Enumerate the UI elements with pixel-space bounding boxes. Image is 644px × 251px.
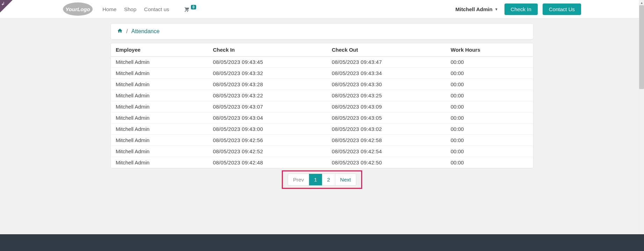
table-row: Mitchell Admin08/05/2023 09:43:0708/05/2…	[111, 101, 533, 112]
cell-hours: 00:00	[446, 101, 533, 112]
corner-ribbon[interactable]: ↲	[0, 0, 13, 13]
pagination: Prev 1 2 Next	[288, 174, 356, 186]
cell-hours: 00:00	[446, 68, 533, 79]
table-row: Mitchell Admin08/05/2023 09:43:4508/05/2…	[111, 57, 533, 68]
cell-checkin: 08/05/2023 09:43:22	[209, 90, 328, 101]
cell-hours: 00:00	[446, 146, 533, 157]
scrollbar-track[interactable]: ▴ ▾	[639, 0, 644, 251]
col-hours: Work Hours	[446, 43, 533, 57]
cell-checkin: 08/05/2023 09:43:45	[209, 57, 328, 68]
table-row: Mitchell Admin08/05/2023 09:43:0008/05/2…	[111, 124, 533, 135]
pagination-wrap: Prev 1 2 Next	[110, 170, 534, 206]
cell-checkout: 08/05/2023 09:43:25	[328, 90, 446, 101]
cell-checkin: 08/05/2023 09:42:56	[209, 135, 328, 146]
nav-contact[interactable]: Contact us	[144, 6, 169, 12]
scrollbar-arrow-up-icon[interactable]: ▴	[640, 1, 643, 4]
table-row: Mitchell Admin08/05/2023 09:43:3208/05/2…	[111, 68, 533, 79]
cell-checkout: 08/05/2023 09:42:54	[328, 146, 446, 157]
nav-shop[interactable]: Shop	[124, 6, 136, 12]
corner-icon: ↲	[1, 1, 5, 6]
cart-badge: 0	[191, 5, 196, 9]
breadcrumb-sep: /	[126, 28, 128, 35]
logo-text-1: Your	[65, 6, 77, 12]
cell-employee: Mitchell Admin	[111, 157, 209, 168]
checkin-button[interactable]: Check In	[505, 3, 538, 15]
scrollbar-thumb[interactable]	[639, 5, 644, 89]
breadcrumb: / Attendance	[110, 23, 534, 39]
user-name: Mitchell Admin	[456, 6, 493, 12]
col-employee: Employee	[111, 43, 209, 57]
breadcrumb-attendance[interactable]: Attendance	[131, 28, 159, 35]
contact-us-button[interactable]: Contact Us	[543, 3, 581, 15]
page-2[interactable]: 2	[322, 174, 335, 185]
cell-hours: 00:00	[446, 57, 533, 68]
cell-employee: Mitchell Admin	[111, 146, 209, 157]
cell-checkout: 08/05/2023 09:43:02	[328, 124, 446, 135]
nav-home[interactable]: Home	[102, 6, 116, 12]
table-row: Mitchell Admin08/05/2023 09:42:4808/05/2…	[111, 157, 533, 168]
breadcrumb-home[interactable]	[117, 28, 123, 35]
nav-links: Home Shop Contact us	[102, 6, 169, 12]
cell-employee: Mitchell Admin	[111, 57, 209, 68]
chevron-down-icon: ▼	[495, 7, 498, 11]
header: YourLogo Home Shop Contact us 0 Mitchell…	[0, 0, 644, 19]
page-next[interactable]: Next	[335, 174, 356, 185]
attendance-table: Employee Check In Check Out Work Hours M…	[111, 43, 533, 168]
cell-hours: 00:00	[446, 124, 533, 135]
page-1[interactable]: 1	[309, 174, 322, 185]
cell-checkin: 08/05/2023 09:43:07	[209, 101, 328, 112]
cell-employee: Mitchell Admin	[111, 124, 209, 135]
cell-employee: Mitchell Admin	[111, 68, 209, 79]
table-row: Mitchell Admin08/05/2023 09:42:5208/05/2…	[111, 146, 533, 157]
cell-hours: 00:00	[446, 157, 533, 168]
col-checkin: Check In	[209, 43, 328, 57]
cell-checkin: 08/05/2023 09:43:32	[209, 68, 328, 79]
home-icon	[117, 28, 123, 34]
cell-checkout: 08/05/2023 09:42:50	[328, 157, 446, 168]
cell-checkout: 08/05/2023 09:43:05	[328, 112, 446, 124]
table-row: Mitchell Admin08/05/2023 09:43:0408/05/2…	[111, 112, 533, 124]
cell-checkout: 08/05/2023 09:42:58	[328, 135, 446, 146]
cell-checkin: 08/05/2023 09:42:52	[209, 146, 328, 157]
col-checkout: Check Out	[328, 43, 446, 57]
cell-hours: 00:00	[446, 112, 533, 124]
cell-employee: Mitchell Admin	[111, 135, 209, 146]
logo[interactable]: YourLogo	[63, 2, 93, 16]
cart-icon	[183, 6, 189, 12]
cell-checkin: 08/05/2023 09:43:04	[209, 112, 328, 124]
cell-hours: 00:00	[446, 135, 533, 146]
cell-employee: Mitchell Admin	[111, 90, 209, 101]
logo-text-2: Logo	[77, 6, 90, 12]
cell-checkin: 08/05/2023 09:42:48	[209, 157, 328, 168]
cell-checkout: 08/05/2023 09:43:09	[328, 101, 446, 112]
cell-checkout: 08/05/2023 09:43:30	[328, 79, 446, 90]
cell-checkout: 08/05/2023 09:43:34	[328, 68, 446, 79]
content-container: / Attendance Employee Check In Check Out…	[110, 23, 534, 206]
table-row: Mitchell Admin08/05/2023 09:43:2208/05/2…	[111, 90, 533, 101]
attendance-table-card: Employee Check In Check Out Work Hours M…	[110, 43, 534, 168]
cell-employee: Mitchell Admin	[111, 79, 209, 90]
footer	[0, 234, 644, 251]
user-dropdown[interactable]: Mitchell Admin ▼	[456, 6, 498, 12]
cell-employee: Mitchell Admin	[111, 101, 209, 112]
cell-employee: Mitchell Admin	[111, 112, 209, 124]
cell-hours: 00:00	[446, 79, 533, 90]
page-prev[interactable]: Prev	[288, 174, 309, 185]
pagination-highlight: Prev 1 2 Next	[282, 170, 362, 189]
cell-checkin: 08/05/2023 09:43:00	[209, 124, 328, 135]
cell-checkin: 08/05/2023 09:43:28	[209, 79, 328, 90]
table-row: Mitchell Admin08/05/2023 09:42:5608/05/2…	[111, 135, 533, 146]
cell-checkout: 08/05/2023 09:43:47	[328, 57, 446, 68]
cell-hours: 00:00	[446, 90, 533, 101]
cart-button[interactable]: 0	[183, 6, 196, 12]
table-row: Mitchell Admin08/05/2023 09:43:2808/05/2…	[111, 79, 533, 90]
